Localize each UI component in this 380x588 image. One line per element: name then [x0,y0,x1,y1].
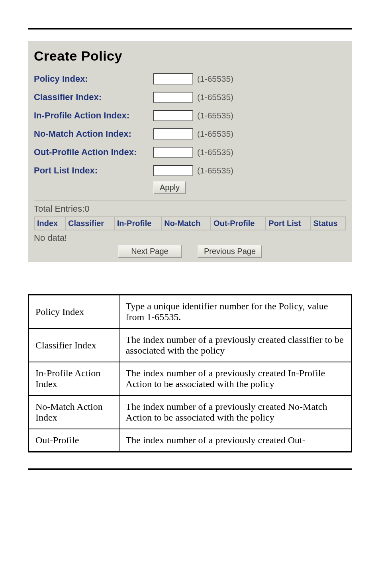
previous-page-button[interactable]: Previous Page [198,245,262,258]
divider [34,200,346,201]
pager: Next Page Previous Page [34,245,346,258]
range-hint: (1-65535) [197,92,233,102]
form-label: Classifier Index: [34,92,153,102]
th-index: Index [34,217,65,230]
th-in-profile: In-Profile [114,217,162,230]
form-row: In-Profile Action Index:(1-65535) [34,108,346,124]
description-table: Policy IndexType a unique identifier num… [28,294,352,452]
table-row: No-Match Action IndexThe index number of… [29,395,352,429]
range-hint: (1-65535) [197,147,233,157]
top-rule [28,28,352,29]
form-label: No-Match Action Index: [34,129,153,139]
th-status: Status [310,217,346,230]
form-row: Classifier Index:(1-65535) [34,89,346,105]
desc-definition: The index number of a previously created… [119,395,352,429]
bottom-rule [28,468,352,470]
range-hint: (1-65535) [197,166,233,175]
entries-table: Index Classifier In-Profile No-Match Out… [34,216,346,230]
index-input[interactable] [153,128,193,140]
th-out-profile: Out-Profile [211,217,266,230]
desc-term: In-Profile Action Index [29,362,119,395]
desc-definition: Type a unique identifier number for the … [119,295,352,329]
form-row: No-Match Action Index:(1-65535) [34,126,346,142]
desc-definition: The index number of a previously created… [119,362,352,395]
total-entries-label: Total Entries:0 [34,204,346,214]
table-row: In-Profile Action IndexThe index number … [29,362,352,395]
form-label: Port List Index: [34,165,153,176]
index-input[interactable] [153,147,193,158]
range-hint: (1-65535) [197,129,233,139]
form-row: Policy Index:(1-65535) [34,71,346,87]
index-input[interactable] [153,165,193,176]
desc-term: Classifier Index [29,328,119,362]
form-label: In-Profile Action Index: [34,110,153,121]
index-input[interactable] [153,73,193,85]
index-input[interactable] [153,92,193,103]
table-row: Out-ProfileThe index number of a previou… [29,429,352,452]
th-classifier: Classifier [65,217,114,230]
form-label: Policy Index: [34,74,153,84]
create-policy-panel: Create Policy Policy Index:(1-65535)Clas… [28,41,352,262]
next-page-button[interactable]: Next Page [118,245,182,258]
table-row: Classifier IndexThe index number of a pr… [29,328,352,362]
no-data-label: No data! [34,233,346,243]
table-row: Policy IndexType a unique identifier num… [29,295,352,329]
page-title: Create Policy [34,48,346,64]
th-port-list: Port List [266,217,310,230]
desc-definition: The index number of a previously created… [119,328,352,362]
desc-term: Policy Index [29,295,119,329]
range-hint: (1-65535) [197,111,233,120]
desc-term: No-Match Action Index [29,395,119,429]
range-hint: (1-65535) [197,74,233,84]
form-row: Out-Profile Action Index:(1-65535) [34,144,346,160]
th-no-match: No-Match [161,217,211,230]
desc-term: Out-Profile [29,429,119,452]
index-input[interactable] [153,110,193,121]
form-label: Out-Profile Action Index: [34,147,153,157]
apply-button[interactable]: Apply [153,181,186,194]
form-row: Port List Index:(1-65535) [34,163,346,179]
desc-definition: The index number of a previously created… [119,429,352,452]
